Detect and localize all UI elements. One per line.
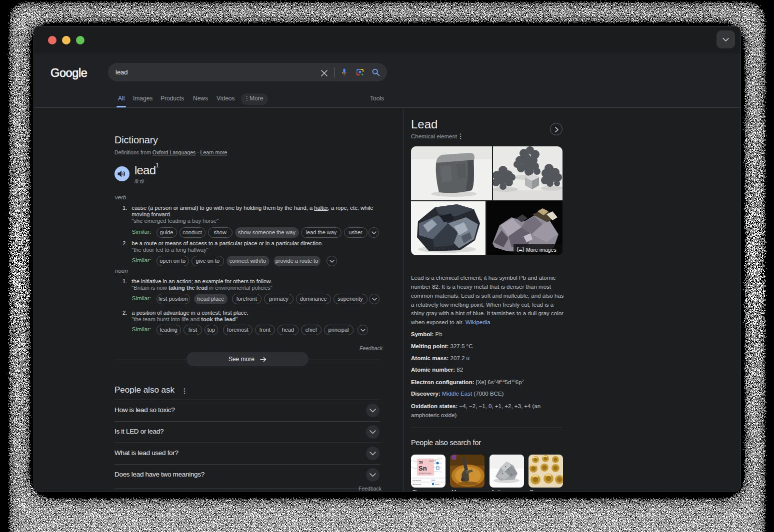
svg-text:50: 50 — [419, 461, 423, 464]
svg-text:[Kr]4d105s25p2: [Kr]4d105s25p2 — [419, 473, 432, 475]
svg-text:7000: 7000 — [431, 480, 435, 482]
svg-text:metal: metal — [435, 484, 440, 486]
svg-text:Sn: Sn — [418, 465, 427, 472]
svg-text:118.71: 118.71 — [429, 460, 436, 463]
svg-text:first metals: first metals — [412, 480, 421, 482]
svg-text:discovered: discovered — [412, 484, 421, 486]
